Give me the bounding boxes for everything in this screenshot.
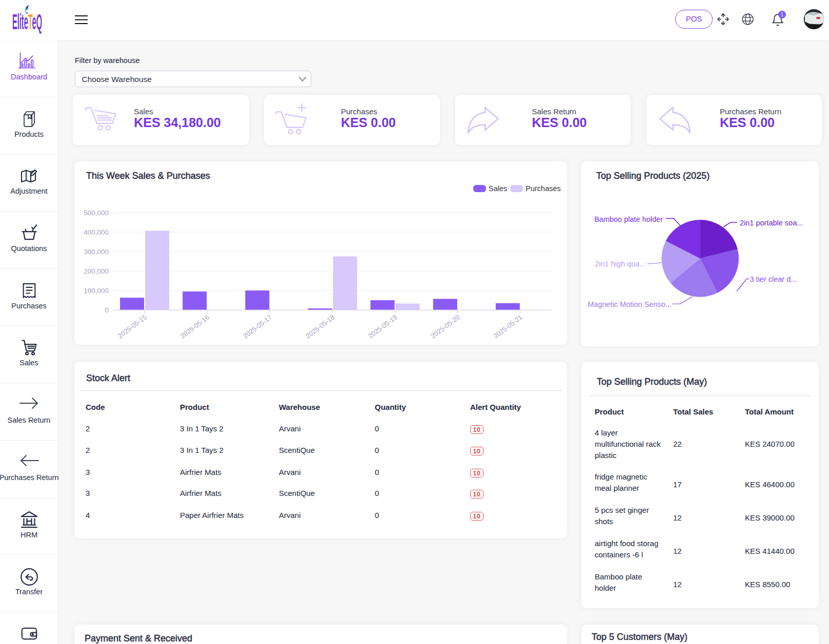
svg-text:2025-05-15: 2025-05-15	[116, 313, 148, 340]
svg-text:2025-05-21: 2025-05-21	[492, 313, 524, 340]
svg-text:2025-05-18: 2025-05-18	[304, 313, 336, 340]
svg-text:2025-05-19: 2025-05-19	[367, 313, 398, 340]
svg-text:100,000: 100,000	[84, 287, 109, 295]
svg-text:300,000: 300,000	[84, 248, 109, 256]
svg-text:3 tier clear d...: 3 tier clear d...	[750, 275, 797, 283]
svg-text:2025-05-16: 2025-05-16	[179, 313, 211, 340]
svg-text:2025-05-20: 2025-05-20	[429, 313, 461, 340]
svg-text:2in1 portable soa...: 2in1 portable soa...	[740, 219, 803, 227]
svg-text:400,000: 400,000	[84, 228, 109, 236]
svg-text:EliteTeQ: EliteTeQ	[12, 10, 42, 34]
svg-text:200,000: 200,000	[84, 267, 109, 275]
svg-text:Bamboo plate holder: Bamboo plate holder	[594, 215, 663, 223]
svg-text:2in1 high qua...: 2in1 high qua...	[595, 260, 645, 268]
svg-text:500,000: 500,000	[84, 209, 109, 217]
svg-text:0: 0	[105, 306, 109, 314]
svg-text:Magnetic Motion Senso...: Magnetic Motion Senso...	[588, 300, 672, 308]
svg-text:2025-05-17: 2025-05-17	[241, 313, 273, 340]
